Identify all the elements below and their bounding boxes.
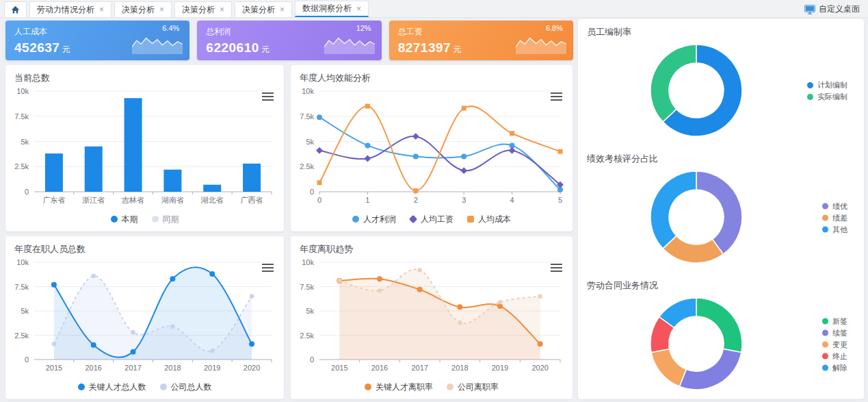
- legend-item[interactable]: 绩优: [822, 201, 847, 212]
- tab-labor-analysis[interactable]: 劳动力情况分析 ×: [29, 1, 111, 17]
- tab-data-insight-analysis[interactable]: 数据洞察分析 ×: [295, 1, 369, 17]
- legend-item[interactable]: 公司离职率: [447, 381, 499, 393]
- kpi-title: 总工资: [398, 26, 423, 38]
- tab-label: 决策分析: [122, 4, 155, 16]
- close-icon[interactable]: ×: [280, 5, 285, 14]
- home-tab[interactable]: [4, 1, 27, 17]
- legend-label: 公司离职率: [458, 381, 499, 393]
- tab-label: 决策分析: [182, 4, 215, 16]
- legend-label: 绩优: [832, 201, 847, 212]
- svg-text:2.5k: 2.5k: [14, 162, 29, 171]
- svg-text:0: 0: [25, 355, 29, 364]
- svg-text:2016: 2016: [371, 364, 388, 372]
- legend-marker-icon: [807, 94, 813, 100]
- legend-item[interactable]: 同期: [152, 214, 179, 225]
- chart-title: 年度在职人员总数: [14, 243, 86, 255]
- chart-legend: 人才利润人均工资人均成本: [291, 212, 573, 227]
- kpi-percent: 6.8%: [546, 24, 563, 32]
- line-chart-plot: 02.5k5k7.5k10k012345: [291, 84, 573, 208]
- legend-item[interactable]: 人才利润: [352, 214, 396, 225]
- svg-text:5k: 5k: [306, 138, 314, 146]
- close-icon[interactable]: ×: [159, 5, 164, 14]
- donut-chart: [643, 164, 750, 271]
- svg-text:吉林省: 吉林省: [121, 196, 144, 204]
- kpi-row: 人工成本 452637元 6.4% 总利润 6220610元 12% 总工资 8…: [5, 21, 573, 60]
- svg-text:2018: 2018: [451, 364, 468, 372]
- right-panel: 员工编制率 计划编制实际编制 绩效考核评分占比 绩优绩差其他 劳动合同业务情况 …: [578, 19, 864, 399]
- custom-desktop-button[interactable]: 自定义桌面: [804, 3, 860, 15]
- svg-text:浙江省: 浙江省: [82, 196, 105, 204]
- svg-text:2020: 2020: [244, 364, 260, 372]
- custom-desktop-label: 自定义桌面: [819, 3, 860, 15]
- close-icon[interactable]: ×: [99, 5, 104, 14]
- donut-legend: 绩优绩差其他: [822, 200, 847, 236]
- legend-item[interactable]: 公司总人数: [160, 381, 212, 393]
- tab-label: 数据洞察分析: [302, 3, 352, 14]
- area-chart-plot: 02.5k5k7.5k10k201520162017201820192020: [5, 255, 284, 376]
- legend-marker-icon: [822, 203, 828, 210]
- svg-text:2015: 2015: [46, 364, 62, 372]
- legend-item[interactable]: 人均成本: [467, 214, 511, 225]
- svg-text:7.5k: 7.5k: [14, 112, 29, 121]
- legend-item[interactable]: 变更: [822, 340, 847, 350]
- legend-marker-icon: [365, 384, 371, 390]
- svg-text:5: 5: [558, 196, 562, 204]
- kpi-title: 人工成本: [14, 26, 47, 38]
- home-icon: [11, 5, 20, 14]
- legend-item[interactable]: 续签: [822, 328, 847, 338]
- legend-label: 终止: [832, 351, 847, 362]
- chart-title: 年度人均效能分析: [300, 72, 371, 84]
- sparkline-chart: [324, 34, 375, 55]
- legend-marker-icon: [447, 384, 453, 390]
- legend-item[interactable]: 关键人才离职率: [365, 381, 433, 393]
- legend-label: 本期: [122, 214, 138, 225]
- kpi-card-labor-cost[interactable]: 人工成本 452637元 6.4%: [5, 21, 189, 60]
- kpi-percent: 6.4%: [162, 24, 179, 32]
- legend-item[interactable]: 关键人才总人数: [78, 381, 146, 393]
- legend-item[interactable]: 计划编制: [807, 80, 847, 90]
- svg-text:10k: 10k: [302, 258, 314, 266]
- kpi-value-row: 452637元: [14, 40, 70, 55]
- legend-marker-icon: [822, 215, 828, 221]
- legend-item[interactable]: 本期: [111, 214, 138, 225]
- monitor-icon: [804, 5, 815, 14]
- legend-item[interactable]: 新签: [822, 316, 847, 327]
- svg-text:0: 0: [310, 188, 314, 196]
- kpi-card-total-salary[interactable]: 总工资 8271397元 6.8%: [389, 21, 573, 60]
- legend-item[interactable]: 人均工资: [410, 214, 453, 225]
- svg-text:2020: 2020: [531, 364, 548, 372]
- legend-label: 人均工资: [421, 214, 453, 225]
- svg-text:5k: 5k: [306, 307, 314, 315]
- legend-label: 人均成本: [478, 214, 511, 225]
- svg-text:7.5k: 7.5k: [14, 283, 29, 291]
- bar-chart-plot: 02.5k5k7.5k10k广东省浙江省吉林省湖南省湖北省广西省: [5, 84, 284, 208]
- close-icon[interactable]: ×: [356, 5, 361, 13]
- chart-card-current-total: 当前总数 02.5k5k7.5k10k广东省浙江省吉林省湖南省湖北省广西省 本期…: [5, 65, 284, 231]
- svg-text:广东省: 广东省: [42, 196, 65, 204]
- legend-marker-icon: [822, 227, 828, 233]
- tab-decision-analysis-1[interactable]: 决策分析 ×: [114, 1, 172, 17]
- sparkline-chart: [132, 34, 183, 55]
- close-icon[interactable]: ×: [220, 5, 224, 14]
- area-chart-plot: 02.5k5k7.5k10k201520162017201820192020: [291, 255, 573, 376]
- legend-label: 绩差: [832, 213, 847, 223]
- tab-decision-analysis-3[interactable]: 决策分析 ×: [235, 1, 292, 17]
- svg-text:1: 1: [365, 196, 369, 204]
- svg-text:2019: 2019: [204, 364, 220, 372]
- legend-marker-icon: [409, 215, 417, 223]
- legend-item[interactable]: 终止: [822, 351, 847, 362]
- tab-decision-analysis-2[interactable]: 决策分析 ×: [174, 1, 232, 17]
- svg-text:湖北省: 湖北省: [200, 196, 224, 204]
- chart-title: 员工编制率: [587, 26, 631, 38]
- donut-legend: 计划编制实际编制: [807, 79, 847, 103]
- svg-text:2017: 2017: [411, 364, 428, 372]
- legend-item[interactable]: 绩差: [822, 213, 847, 223]
- legend-item[interactable]: 解除: [822, 363, 847, 373]
- legend-item[interactable]: 其他: [822, 225, 847, 235]
- kpi-card-total-profit[interactable]: 总利润 6220610元 12%: [197, 21, 381, 60]
- legend-marker-icon: [78, 384, 85, 390]
- chart-card-annual-efficiency: 年度人均效能分析 02.5k5k7.5k10k012345 人才利润人均工资人均…: [291, 65, 573, 231]
- legend-marker-icon: [822, 353, 828, 360]
- legend-item[interactable]: 实际编制: [807, 92, 847, 102]
- legend-label: 人才利润: [363, 214, 396, 225]
